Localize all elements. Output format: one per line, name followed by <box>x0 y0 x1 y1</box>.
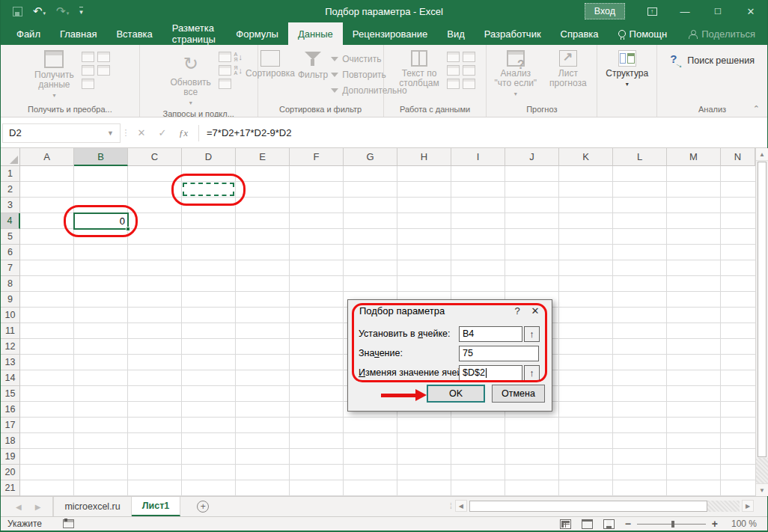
fill-handle[interactable] <box>126 227 130 231</box>
row-header-14[interactable]: 14 <box>1 370 20 386</box>
close-button[interactable]: ✕ <box>734 0 767 22</box>
solver-button[interactable]: Поиск решения <box>670 49 755 103</box>
horizontal-scrollbar[interactable]: ⁞ ◀ ▶ <box>450 499 754 513</box>
column-header-C[interactable]: C <box>128 148 182 166</box>
data-model-icon[interactable] <box>463 79 475 89</box>
next-sheet-icon[interactable]: ▶ <box>35 503 41 511</box>
tab-Разметка страницы[interactable]: Разметка страницы <box>162 22 227 45</box>
save-icon[interactable] <box>13 7 22 16</box>
select-all-corner[interactable] <box>1 148 20 166</box>
flash-fill-icon[interactable] <box>447 52 460 62</box>
ribbon-display-options-button[interactable]: ↑ <box>636 0 668 22</box>
refresh-all-button[interactable]: Обновить все▾ <box>166 49 216 108</box>
minimize-button[interactable]: — <box>668 0 701 22</box>
macro-record-icon[interactable] <box>63 519 74 528</box>
cancel-button[interactable]: Отмена <box>492 385 545 403</box>
horizontal-scroll-thumb[interactable] <box>469 501 707 512</box>
row-header-3[interactable]: 3 <box>1 198 20 213</box>
row-header-5[interactable]: 5 <box>1 229 20 245</box>
share-button[interactable]: Поделиться <box>677 22 767 45</box>
forecast-sheet-button[interactable]: Лист прогноза <box>543 49 593 103</box>
relationships-icon[interactable] <box>463 65 475 76</box>
normal-view-icon[interactable] <box>560 519 571 529</box>
name-box[interactable]: D2 ▼ <box>2 123 121 143</box>
zoom-slider[interactable] <box>637 524 706 525</box>
vertical-scroll-track[interactable] <box>756 458 768 483</box>
sheet-tab-Лист1[interactable]: Лист1 <box>132 497 180 516</box>
field-input-2[interactable]: $D$2 <box>459 365 522 381</box>
structure-button[interactable]: Структура▾ <box>603 49 652 103</box>
row-header-10[interactable]: 10 <box>1 308 20 323</box>
consolidate-icon[interactable] <box>463 52 475 62</box>
dialog-close-icon[interactable]: ✕ <box>526 305 544 317</box>
undo-button[interactable]: ↶▾ <box>33 4 46 18</box>
page-layout-view-icon[interactable] <box>582 519 593 529</box>
scroll-down-icon[interactable]: ▼ <box>756 483 768 496</box>
doc-recent-icon[interactable] <box>97 52 110 62</box>
row-header-16[interactable]: 16 <box>1 402 20 418</box>
tab-Справка[interactable]: Справка <box>551 22 609 45</box>
row-header-8[interactable]: 8 <box>1 276 20 292</box>
row-header-21[interactable]: 21 <box>1 480 20 496</box>
zoom-in-icon[interactable]: + <box>712 518 718 530</box>
doc-text-icon[interactable] <box>97 65 110 76</box>
column-header-J[interactable]: J <box>505 148 559 166</box>
formula-input[interactable]: =7*D2+17*D2-9*D2 <box>204 127 767 138</box>
sort-az[interactable] <box>234 52 243 62</box>
collapse-dialog-button[interactable]: ↑ <box>524 365 540 381</box>
dialog-help-icon[interactable]: ? <box>508 305 526 317</box>
collapse-ribbon-icon[interactable]: ⌃ <box>753 104 760 114</box>
row-header-20[interactable]: 20 <box>1 465 20 480</box>
column-header-B[interactable]: B <box>74 148 128 166</box>
column-header-N[interactable]: N <box>721 148 755 166</box>
scroll-right-icon[interactable]: ▶ <box>742 500 754 512</box>
column-header-K[interactable]: K <box>559 148 613 166</box>
sheet-tab-microexcel.ru[interactable]: microexcel.ru <box>53 497 131 516</box>
row-header-12[interactable]: 12 <box>1 339 20 355</box>
sort-za[interactable] <box>234 65 243 76</box>
field-input-0[interactable]: B4 <box>459 326 522 342</box>
column-header-G[interactable]: G <box>344 148 397 166</box>
filter-button[interactable]: Фильтр <box>298 49 328 103</box>
prev-sheet-icon[interactable]: ◀ <box>16 503 22 511</box>
column-header-M[interactable]: M <box>667 148 721 166</box>
vertical-scrollbar[interactable]: ▲ ▼ <box>755 148 768 496</box>
zoom-out-icon[interactable]: − <box>625 518 631 530</box>
zoom-level[interactable]: 100 % <box>728 519 757 529</box>
scroll-left-icon[interactable]: ◀ <box>455 500 467 512</box>
tab-Разработчик[interactable]: Разработчик <box>475 22 551 45</box>
row-header-4[interactable]: 4 <box>1 213 20 229</box>
row-header-9[interactable]: 9 <box>1 292 20 308</box>
column-header-E[interactable]: E <box>236 148 290 166</box>
column-header-I[interactable]: I <box>451 148 505 166</box>
column-header-F[interactable]: F <box>290 148 344 166</box>
row-header-2[interactable]: 2 <box>1 182 20 198</box>
column-header-A[interactable]: A <box>20 148 74 166</box>
tab-Формулы[interactable]: Формулы <box>226 22 288 45</box>
new-sheet-button[interactable]: + <box>180 497 225 516</box>
row-header-13[interactable]: 13 <box>1 355 20 370</box>
tab-Файл[interactable]: Файл <box>7 22 50 45</box>
doc-copy-icon[interactable] <box>82 52 94 62</box>
column-header-H[interactable]: H <box>397 148 451 166</box>
tab-Данные[interactable]: Данные <box>288 22 343 45</box>
horizontal-scroll-track[interactable] <box>469 501 740 512</box>
zoom-slider-thumb[interactable] <box>671 521 674 528</box>
tab-Вставка[interactable]: Вставка <box>106 22 162 45</box>
row-header-11[interactable]: 11 <box>1 323 20 339</box>
workbook-links-icon[interactable] <box>219 65 231 76</box>
sheet-nav-arrows[interactable]: ◀ ▶ <box>1 497 53 516</box>
data-validation-icon[interactable] <box>447 65 460 76</box>
remove-duplicates-icon[interactable] <box>447 79 460 89</box>
text-to-columns-button[interactable]: Текст по столбцам <box>394 49 444 103</box>
tab-Вид[interactable]: Вид <box>437 22 475 45</box>
tab-Главная[interactable]: Главная <box>50 22 106 45</box>
row-header-19[interactable]: 19 <box>1 449 20 465</box>
row-header-6[interactable]: 6 <box>1 245 20 260</box>
maximize-button[interactable]: ☐ <box>701 0 734 22</box>
row-header-17[interactable]: 17 <box>1 418 20 433</box>
confirm-entry-icon[interactable]: ✓ <box>152 127 173 138</box>
customize-quick-access-icon[interactable]: ▾ <box>79 7 83 16</box>
what-if-analysis-button[interactable]: Анализ "что если"▾ <box>491 49 540 103</box>
redo-button[interactable]: ↷▾ <box>56 4 69 18</box>
